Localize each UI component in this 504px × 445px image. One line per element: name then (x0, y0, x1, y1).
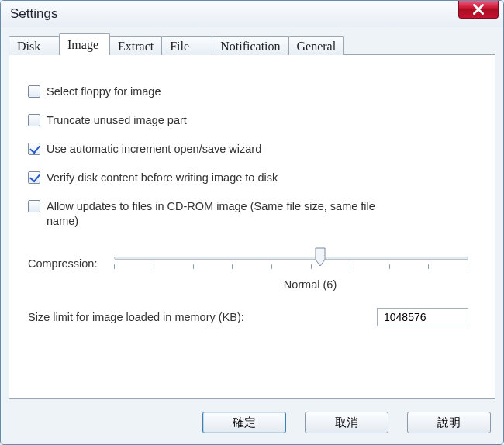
client-area: Disk Image Extract File Notification Gen… (9, 33, 495, 399)
tab-strip: Disk Image Extract File Notification Gen… (9, 33, 495, 55)
label-allow-updates: Allow updates to files in CD-ROM image (… (47, 199, 388, 229)
tab-file[interactable]: File (161, 36, 212, 55)
checkbox-select-floppy[interactable] (28, 85, 40, 98)
checkbox-truncate[interactable] (28, 114, 40, 126)
tab-image[interactable]: Image (59, 33, 110, 55)
checkbox-allow-updates[interactable] (28, 200, 40, 212)
settings-dialog: Settings Disk Image Extract File Notific… (0, 0, 504, 445)
dialog-button-row: 確定 取消 說明 (202, 412, 491, 433)
slider-track (114, 257, 468, 260)
label-verify: Verify disk content before writing image… (47, 171, 278, 185)
slider-ticks (114, 264, 468, 271)
label-select-floppy: Select floppy for image (47, 85, 161, 99)
titlebar: Settings (1, 1, 503, 27)
help-button[interactable]: 說明 (407, 412, 491, 433)
slider-thumb-icon (315, 247, 326, 267)
tab-extract[interactable]: Extract (109, 36, 162, 55)
label-truncate: Truncate unused image part (47, 113, 187, 128)
option-select-floppy: Select floppy for image (28, 85, 476, 99)
memory-label: Size limit for image loaded in memory (K… (28, 311, 244, 323)
close-button[interactable] (458, 0, 499, 19)
memory-row: Size limit for image loaded in memory (K… (28, 308, 476, 326)
close-icon (473, 4, 484, 15)
cancel-button[interactable]: 取消 (305, 412, 388, 433)
compression-value: Normal (6) (144, 278, 476, 291)
compression-slider[interactable] (114, 250, 476, 277)
window-title: Settings (10, 6, 57, 22)
slider-thumb[interactable] (315, 247, 326, 267)
option-allow-updates: Allow updates to files in CD-ROM image (… (28, 199, 476, 229)
tab-panel-image: Select floppy for image Truncate unused … (9, 54, 495, 399)
checkbox-verify[interactable] (28, 171, 40, 184)
checkbox-auto-increment[interactable] (28, 143, 40, 155)
label-auto-increment: Use automatic increment open/save wizard (47, 142, 261, 157)
ok-button[interactable]: 確定 (202, 412, 286, 433)
compression-row: Compression: (28, 250, 476, 277)
option-auto-increment: Use automatic increment open/save wizard (28, 142, 476, 157)
tab-general[interactable]: General (288, 36, 345, 55)
memory-input[interactable] (377, 308, 468, 326)
tab-disk[interactable]: Disk (9, 36, 60, 55)
option-verify: Verify disk content before writing image… (28, 171, 476, 185)
option-truncate: Truncate unused image part (28, 113, 476, 128)
tab-notification[interactable]: Notification (212, 36, 288, 55)
compression-label: Compression: (28, 257, 97, 270)
